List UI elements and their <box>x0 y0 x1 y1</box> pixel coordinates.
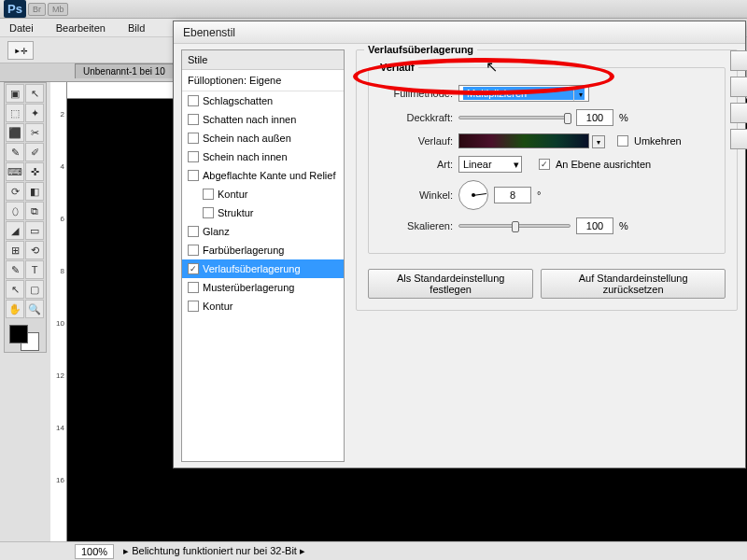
scale-slider[interactable] <box>458 224 571 228</box>
tool-button[interactable]: ✎ <box>6 260 24 279</box>
angle-input[interactable]: 8 <box>494 187 531 203</box>
tool-button[interactable]: ↖ <box>25 84 44 103</box>
styles-header: Stile <box>182 50 344 70</box>
tool-button[interactable]: ◧ <box>25 182 44 201</box>
style-checkbox[interactable] <box>203 189 214 200</box>
app-titlebar: Ps Br Mb <box>0 0 747 19</box>
style-item[interactable]: Kontur <box>182 185 344 203</box>
ps-logo-icon: Ps <box>4 0 26 18</box>
style-item[interactable]: Schatten nach innen <box>182 110 344 129</box>
style-item[interactable]: Schlagschatten <box>182 91 344 110</box>
tool-button[interactable]: ⧉ <box>25 202 44 220</box>
tool-button[interactable]: ⬚ <box>6 104 24 122</box>
tool-button[interactable]: ✐ <box>25 143 44 161</box>
percent-label: % <box>619 220 628 231</box>
style-checkbox[interactable] <box>188 245 199 256</box>
tool-button[interactable]: T <box>25 260 44 279</box>
tool-button[interactable]: ⌨ <box>6 162 24 181</box>
menu-image[interactable]: Bild <box>128 22 145 34</box>
style-item-label: Verlaufsüberlagerung <box>203 263 301 274</box>
blend-mode-dropdown[interactable]: Multiplizieren ▾ <box>458 85 589 102</box>
document-tab[interactable]: Unbenannt-1 bei 10 <box>75 63 174 78</box>
status-message: ▸ Belichtung funktioniert nur bei 32-Bit… <box>123 545 305 557</box>
opacity-slider[interactable] <box>458 116 571 119</box>
style-checkbox[interactable] <box>203 207 214 218</box>
tool-button[interactable]: ⬯ <box>6 202 24 220</box>
style-item[interactable]: Struktur <box>182 203 344 222</box>
tool-button[interactable]: ↖ <box>6 280 24 299</box>
gradient-picker[interactable]: ▾ <box>458 133 589 148</box>
tool-button[interactable]: ✂ <box>25 123 44 142</box>
tool-button[interactable]: ⊞ <box>6 241 24 259</box>
align-checkbox[interactable]: ✓ <box>539 159 550 170</box>
style-checkbox[interactable] <box>188 133 199 144</box>
tool-button[interactable]: ✋ <box>6 300 24 318</box>
style-item[interactable]: Schein nach innen <box>182 147 344 166</box>
zoom-value[interactable]: 100% <box>75 544 114 559</box>
reverse-label: Umkehren <box>634 135 682 147</box>
tool-button[interactable]: ▣ <box>6 84 24 103</box>
ruler-tick: 12 <box>56 371 64 380</box>
styles-list: Stile Fülloptionen: Eigene Schlagschatte… <box>181 49 345 462</box>
inner-legend: Verlauf <box>376 62 418 73</box>
angle-label: Winkel: <box>380 189 453 201</box>
make-default-button[interactable]: Als Standardeinstellung festlegen <box>368 269 533 299</box>
move-tool-icon[interactable]: ▸✛ <box>7 41 34 60</box>
menu-edit[interactable]: Bearbeiten <box>56 22 106 34</box>
angle-dial[interactable] <box>458 180 488 210</box>
style-item-label: Struktur <box>218 207 254 218</box>
opacity-input[interactable]: 100 <box>576 109 613 126</box>
style-item[interactable]: Abgeflachte Kante und Relief <box>182 166 344 185</box>
cancel-button[interactable] <box>730 77 747 97</box>
menu-file[interactable]: Datei <box>9 22 34 34</box>
align-label: An Ebene ausrichten <box>556 159 651 170</box>
style-checkbox[interactable] <box>188 114 199 125</box>
chevron-down-icon: ▾ <box>573 88 586 101</box>
tool-button[interactable]: ⟳ <box>6 182 24 201</box>
ruler-vertical: 246810121416 <box>50 82 67 541</box>
ok-button[interactable] <box>730 50 747 71</box>
style-checkbox[interactable] <box>188 226 199 237</box>
tool-button[interactable]: ✎ <box>6 143 24 161</box>
style-item-label: Schein nach innen <box>203 151 288 162</box>
tool-button[interactable]: ⟲ <box>25 241 44 259</box>
fill-options-link[interactable]: Fülloptionen: Eigene <box>182 70 344 91</box>
style-checkbox[interactable]: ✓ <box>188 263 199 274</box>
preview-checkbox[interactable] <box>730 129 747 149</box>
style-checkbox[interactable] <box>188 151 199 162</box>
tool-button[interactable]: ✜ <box>25 162 44 181</box>
chevron-down-icon[interactable]: ▾ <box>592 135 605 148</box>
style-item[interactable]: Musterüberlagerung <box>182 278 344 297</box>
style-item[interactable]: Schein nach außen <box>182 129 344 147</box>
tool-button[interactable]: ✦ <box>25 104 44 122</box>
reset-default-button[interactable]: Auf Standardeinstellung zurücksetzen <box>541 269 726 299</box>
color-swatch[interactable] <box>6 323 45 351</box>
gradient-style-value: Linear <box>463 159 492 170</box>
tool-button[interactable]: ⬛ <box>6 123 24 142</box>
gradient-style-dropdown[interactable]: Linear ▾ <box>458 156 522 173</box>
style-checkbox[interactable] <box>188 282 199 293</box>
style-item[interactable]: Kontur <box>182 297 344 315</box>
style-label: Art: <box>380 159 453 170</box>
style-checkbox[interactable] <box>188 170 199 181</box>
tool-button[interactable]: 🔍 <box>25 300 44 318</box>
settings-panel: Verlaufsüberlagerung Verlauf Füllmethode… <box>348 44 745 468</box>
tool-button[interactable]: ▭ <box>25 221 44 240</box>
style-item[interactable]: Farbüberlagerung <box>182 241 344 259</box>
scale-input[interactable]: 100 <box>576 217 613 234</box>
bridge-pill[interactable]: Br <box>28 3 46 16</box>
new-style-button[interactable] <box>730 103 747 123</box>
group-legend: Verlaufsüberlagerung <box>364 44 477 55</box>
style-checkbox[interactable] <box>188 301 199 312</box>
tool-button[interactable]: ▢ <box>25 280 44 299</box>
gradient-label: Verlauf: <box>380 135 453 147</box>
style-item[interactable]: ✓Verlaufsüberlagerung <box>182 259 344 278</box>
tool-button[interactable]: ◢ <box>6 221 24 240</box>
style-item[interactable]: Glanz <box>182 222 344 241</box>
style-item-label: Farbüberlagerung <box>203 245 284 256</box>
reverse-checkbox[interactable] <box>617 135 628 147</box>
style-checkbox[interactable] <box>188 95 199 106</box>
blend-label: Füllmethode: <box>380 88 453 99</box>
style-item-label: Abgeflachte Kante und Relief <box>203 170 336 181</box>
minibridge-pill[interactable]: Mb <box>48 3 69 16</box>
